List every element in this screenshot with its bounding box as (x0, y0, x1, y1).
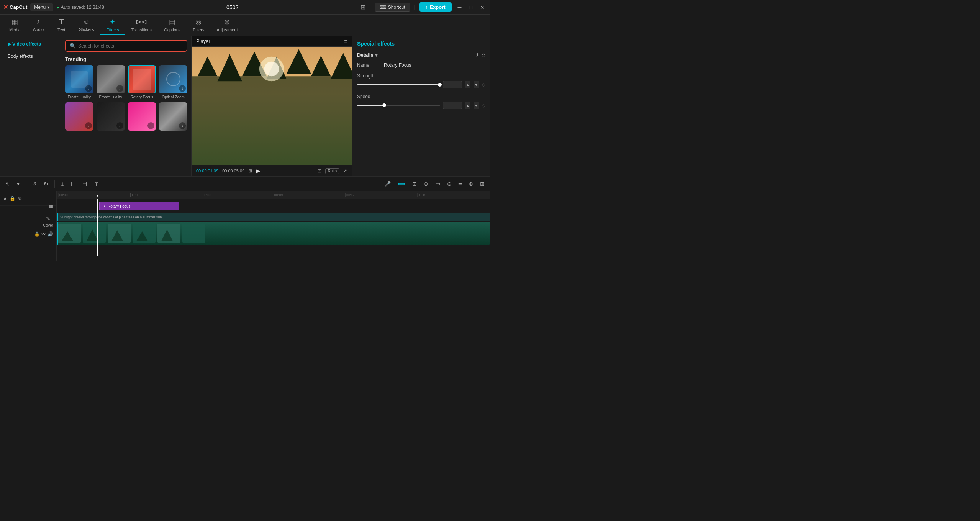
select-tool-button[interactable]: ↖ (3, 180, 12, 188)
nav-effects-label: Effects (106, 28, 119, 32)
effect-card-4[interactable]: ↓ Optical Zoom (159, 65, 187, 99)
rotary-focus-clip[interactable]: ✦ Rotary Focus (99, 202, 179, 210)
speed-reset-icon[interactable]: ◇ (482, 103, 485, 108)
maximize-button[interactable]: □ (467, 3, 475, 11)
layout-icon[interactable]: ⊞ (361, 3, 365, 11)
nav-audio[interactable]: ♪ Audio (27, 15, 50, 35)
video-effects-button[interactable]: Video effects (3, 39, 58, 49)
effects-icon: ✦ (110, 18, 115, 26)
select-dropdown-button[interactable]: ▾ (15, 180, 22, 188)
ruler-mark-3: |00:03 (130, 193, 202, 197)
magnet-button[interactable]: ⊡ (410, 180, 419, 188)
video-frame (192, 47, 352, 165)
fit-button[interactable]: ⊞ (478, 180, 487, 188)
effect-card-2[interactable]: ↓ Froste...uality (97, 65, 125, 99)
effects-track-clip[interactable]: ✦ Rotary Focus (99, 202, 179, 210)
project-title: 0502 (107, 4, 358, 10)
left-panel: Video effects Body effects (0, 36, 61, 176)
strength-track[interactable] (357, 84, 440, 85)
nav-media[interactable]: ▦ Media (3, 15, 27, 35)
ratio-button[interactable]: Ratio (325, 168, 339, 174)
video-track-icon[interactable]: ▦ (49, 203, 53, 209)
svg-rect-11 (192, 47, 352, 165)
cover-pen-icon[interactable]: ✎ (46, 216, 51, 222)
mic-button[interactable]: 🎤 (382, 180, 393, 188)
subtitle-button[interactable]: ▭ (433, 180, 442, 188)
effect-label-1: Froste...uality (68, 95, 91, 99)
video-caption-bar[interactable]: Sunlight breaks through the crowns of pi… (57, 213, 490, 221)
nav-captions-label: Captions (164, 28, 180, 32)
details-chevron-icon: ▾ (375, 52, 378, 58)
delete-button[interactable]: 🗑 (92, 180, 102, 188)
nav-stickers[interactable]: ☺ Stickers (73, 15, 100, 35)
split-button[interactable]: ⟂ (59, 180, 66, 188)
player-menu-icon[interactable]: ≡ (344, 38, 347, 44)
nav-transitions[interactable]: ⊳⊲ Transitions (125, 15, 158, 35)
effect-card-6[interactable]: ↓ (97, 102, 125, 132)
grid-icon[interactable]: ⊞ (248, 168, 252, 174)
menu-button[interactable]: Menu ▾ (30, 3, 53, 11)
nav-filters[interactable]: ◎ Filters (187, 15, 210, 35)
speed-down-button[interactable]: ▼ (474, 102, 479, 109)
strength-label: Strength (357, 73, 485, 79)
speed-up-button[interactable]: ▲ (465, 102, 470, 109)
body-effects-button[interactable]: Body effects (3, 51, 58, 61)
crop-icon[interactable]: ⊡ (318, 168, 321, 174)
speed-track[interactable] (357, 105, 440, 106)
minimize-button[interactable]: ─ (456, 3, 464, 11)
nav-text[interactable]: T Text (50, 15, 73, 35)
eye-icon-effects[interactable]: 👁 (18, 196, 22, 201)
effect-card-3[interactable]: Rotary Focus (128, 65, 156, 99)
audio-icon-video[interactable]: 🔊 (48, 231, 53, 237)
playhead[interactable] (97, 199, 98, 256)
nav-audio-label: Audio (33, 27, 44, 32)
effect-card-7[interactable]: ↓ (128, 102, 156, 132)
video-caption-text: Sunlight breaks through the crowns of pi… (60, 215, 165, 219)
export-button[interactable]: ↑ Export (419, 2, 452, 12)
search-box[interactable]: 🔍 (65, 40, 187, 52)
speed-input[interactable]: 33 (443, 102, 462, 109)
shortcut-button[interactable]: ⌨ Shortcut (375, 3, 410, 12)
ruler-mark-15: |00:15 (417, 193, 488, 197)
strength-down-button[interactable]: ▼ (474, 81, 479, 88)
fullscreen-icon[interactable]: ⤢ (343, 168, 347, 174)
search-input[interactable] (78, 43, 183, 49)
strength-thumb[interactable] (438, 83, 442, 87)
ruler-mark-0: |00:00 (58, 193, 130, 197)
nav-adjustment[interactable]: ⊕ Adjustment (210, 15, 244, 35)
effect-name-row: Name Rotary Focus (357, 62, 485, 68)
close-button[interactable]: ✕ (478, 3, 487, 11)
star-icon[interactable]: ★ (3, 196, 7, 201)
lock-icon-effects[interactable]: 🔒 (10, 196, 15, 201)
zoom-in-button[interactable]: ⊕ (466, 180, 475, 188)
timeline-tracks: |00:00 |00:03 |00:06 |00:09 |00:12 |00:1… (57, 191, 490, 260)
lock-icon-video[interactable]: 🔒 (34, 231, 40, 237)
strength-reset-icon[interactable]: ◇ (482, 82, 485, 87)
speed-thumb[interactable] (382, 103, 386, 107)
effect-card-8[interactable]: ↓ (159, 102, 187, 132)
trim-right-button[interactable]: ⊣ (80, 180, 89, 188)
align-button[interactable]: ⊕ (421, 180, 431, 188)
eye-icon-video[interactable]: 👁 (41, 231, 46, 237)
nav-captions[interactable]: ▤ Captions (158, 15, 187, 35)
adjustment-icon: ⊕ (224, 18, 230, 26)
diamond-icon[interactable]: ◇ (482, 52, 485, 58)
effect-thumb-2: ↓ (97, 65, 125, 93)
trim-left-button[interactable]: ⊢ (69, 180, 78, 188)
play-button[interactable]: ▶ (256, 168, 260, 174)
strength-input[interactable]: 100 (443, 81, 462, 88)
undo-button[interactable]: ↺ (30, 180, 39, 188)
snap-button[interactable]: ⟺ (395, 180, 408, 188)
zoom-slider[interactable]: ━ (456, 180, 464, 188)
filters-icon: ◎ (195, 18, 202, 26)
video-clip[interactable] (57, 222, 490, 245)
effect-card-1[interactable]: ↓ Froste...uality (65, 65, 93, 99)
nav-effects[interactable]: ✦ Effects (100, 15, 125, 35)
timeline-content: ★ 🔒 👁 ▦ ✎ Cover 🔒 👁 🔊 (0, 191, 490, 260)
video-effects-label: Video effects (12, 41, 41, 47)
zoom-out-button[interactable]: ⊖ (445, 180, 454, 188)
undo-icon[interactable]: ↺ (474, 52, 479, 58)
strength-up-button[interactable]: ▲ (465, 81, 470, 88)
effect-card-5[interactable]: ↓ (65, 102, 93, 132)
redo-button[interactable]: ↻ (41, 180, 51, 188)
